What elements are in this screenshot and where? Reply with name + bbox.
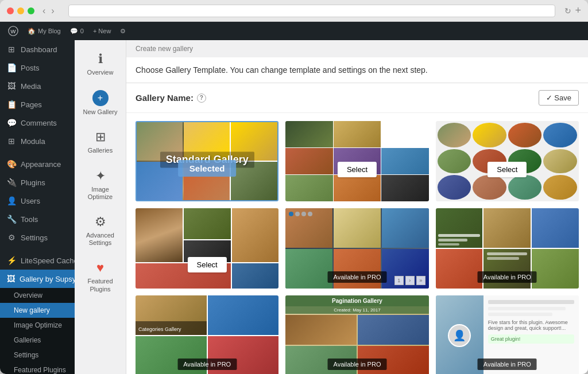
media-icon: 🖼 bbox=[7, 81, 16, 91]
sidebar-item-comments[interactable]: 💬 Comments bbox=[0, 114, 75, 132]
submenu-overview[interactable]: Overview bbox=[0, 288, 75, 303]
sidebar-item-media[interactable]: 🖼 Media bbox=[0, 77, 75, 95]
new-tab-button[interactable]: + bbox=[575, 5, 581, 17]
gallery-card-mosaic[interactable]: Select bbox=[285, 121, 428, 201]
svg-text:W: W bbox=[10, 28, 16, 34]
plugin-sidebar-galleries[interactable]: ⊞ Galleries bbox=[78, 124, 123, 160]
comment-icon: 💬 bbox=[70, 28, 78, 35]
main-content: Create new gallery Choose Gallery Templa… bbox=[126, 40, 588, 374]
sidebar-item-settings[interactable]: ⚙ Settings bbox=[0, 228, 75, 247]
gallery-name-row: Gallery Name: ? ✓ Save bbox=[126, 83, 588, 113]
content-header: Choose Gallery Template. You can change … bbox=[126, 57, 588, 83]
sidebar-item-modula[interactable]: ⊞ Modula bbox=[0, 132, 75, 150]
litespeed-icon: ⚡ bbox=[7, 256, 16, 265]
modula-icon: ⊞ bbox=[7, 137, 16, 146]
gallery-icon: 🖼 bbox=[7, 274, 15, 283]
galleries-icon: ⊞ bbox=[95, 130, 106, 145]
pagination-pro-badge: Available in PRO bbox=[328, 359, 387, 370]
sidebar-item-pages[interactable]: 📋 Pages bbox=[0, 95, 75, 114]
wp-admin-bar: W 🏠 My Blog 💬 0 + New ⚙ bbox=[0, 22, 588, 40]
tools-icon: 🔧 bbox=[7, 215, 16, 224]
mosaic-select-button[interactable]: Select bbox=[338, 162, 377, 177]
maximize-button[interactable] bbox=[28, 7, 34, 14]
sidebar-item-appearance[interactable]: 🎨 Appearance bbox=[0, 155, 75, 173]
address-bar[interactable] bbox=[68, 5, 556, 17]
admin-bar-new[interactable]: + New bbox=[90, 22, 115, 40]
settings-icon: ⚙ bbox=[7, 233, 16, 242]
gallery-card-pagination[interactable]: Pagination Gallery Created: May 11, 2017… bbox=[285, 295, 428, 374]
admin-bar-comments[interactable]: 💬 0 bbox=[67, 22, 87, 40]
sidebar-item-dashboard[interactable]: ⊞ Dashboard bbox=[0, 40, 75, 59]
submenu-galleries[interactable]: Galleries bbox=[0, 333, 75, 348]
wp-sidebar: ⊞ Dashboard 📄 Posts 🖼 Media 📋 Pages 💬 bbox=[0, 40, 75, 374]
plugin-sidebar-new-gallery[interactable]: + New Gallery bbox=[78, 84, 123, 122]
gallery-card-blog[interactable]: 👤 Five stars for this plugin. Awesome de… bbox=[436, 295, 579, 374]
wp-logo-item[interactable]: W bbox=[5, 22, 22, 40]
plugin-sidebar-advanced-settings[interactable]: ⚙ Advanced Settings bbox=[78, 209, 123, 252]
gallery-card-masonry[interactable]: Select bbox=[136, 208, 278, 289]
forward-button[interactable]: › bbox=[49, 5, 56, 17]
sidebar-submenu: Overview New gallery Image Optimize Gall… bbox=[0, 288, 75, 374]
selected-badge: Selected bbox=[178, 160, 237, 177]
save-button[interactable]: ✓ Save bbox=[539, 90, 579, 106]
plugins-icon: 🔌 bbox=[7, 178, 16, 187]
gallery-name-label: Gallery Name: ? bbox=[136, 93, 206, 103]
admin-bar-settings[interactable]: ⚙ bbox=[117, 22, 129, 40]
new-gallery-circle-icon: + bbox=[92, 90, 109, 106]
users-icon: 👤 bbox=[7, 196, 16, 205]
submenu-image-optimize[interactable]: Image Optimize bbox=[0, 318, 75, 333]
app-layout: ⊞ Dashboard 📄 Posts 🖼 Media 📋 Pages 💬 bbox=[0, 40, 588, 374]
gallery-name-help-icon[interactable]: ? bbox=[197, 94, 206, 103]
submenu-settings[interactable]: Settings bbox=[0, 348, 75, 363]
overview-icon: ℹ bbox=[98, 52, 103, 67]
gallery-card-standard[interactable]: Standard Gallery Selected bbox=[136, 121, 278, 201]
plugin-sidebar-overview[interactable]: ℹ Overview bbox=[78, 46, 123, 82]
gallery-card-categories[interactable]: Categories Gallery Available in PRO bbox=[136, 295, 278, 374]
comments-icon: 💬 bbox=[7, 118, 16, 127]
browser-window: ‹ › ↻ + W 🏠 My Blog 💬 0 + New bbox=[0, 0, 588, 374]
wp-logo-icon: W bbox=[8, 26, 18, 36]
appearance-icon: 🎨 bbox=[7, 159, 16, 169]
slider-pro-badge: Available in PRO bbox=[328, 271, 387, 283]
gallery-card-circle[interactable]: Select bbox=[436, 121, 579, 201]
pages-icon: 📋 bbox=[7, 100, 16, 109]
advanced-settings-icon: ⚙ bbox=[95, 215, 106, 229]
circle-select-button[interactable]: Select bbox=[488, 162, 527, 177]
categories-pro-badge: Available in PRO bbox=[177, 359, 237, 370]
gallery-card-travel[interactable]: Available in PRO bbox=[436, 208, 579, 289]
titlebar: ‹ › ↻ + bbox=[0, 0, 588, 22]
sidebar-item-users[interactable]: 👤 Users bbox=[0, 192, 75, 210]
sidebar-item-plugins[interactable]: 🔌 Plugins bbox=[0, 173, 75, 192]
home-icon: 🏠 bbox=[28, 28, 36, 35]
sidebar-item-litespeed[interactable]: ⚡ LiteSpeed Cache bbox=[0, 251, 75, 270]
window-controls bbox=[7, 7, 34, 14]
plugin-sidebar-image-optimize[interactable]: ✦ Image Optimize bbox=[78, 163, 123, 207]
sidebar-item-tools[interactable]: 🔧 Tools bbox=[0, 210, 75, 228]
plugin-sidebar-featured-plugins[interactable]: ♥ Featured Plugins bbox=[78, 255, 123, 298]
minimize-button[interactable] bbox=[17, 7, 24, 14]
navigation-arrows: ‹ › bbox=[40, 5, 57, 17]
posts-icon: 📄 bbox=[7, 63, 16, 72]
image-optimize-icon: ✦ bbox=[95, 169, 106, 184]
sidebar-item-gallery[interactable]: 🖼 Gallery by Supsystic bbox=[0, 270, 75, 288]
submenu-featured-plugins[interactable]: Featured Plugins bbox=[0, 363, 75, 374]
masonry-select-button[interactable]: Select bbox=[188, 257, 227, 272]
close-button[interactable] bbox=[7, 7, 14, 14]
blog-pro-badge: Available in PRO bbox=[478, 359, 537, 370]
dashboard-icon: ⊞ bbox=[7, 45, 16, 54]
back-button[interactable]: ‹ bbox=[40, 5, 48, 17]
gallery-card-slider[interactable]: 1 › » Available in PRO bbox=[285, 208, 428, 289]
breadcrumb: Create new gallery bbox=[126, 40, 588, 57]
featured-plugins-icon: ♥ bbox=[96, 260, 104, 275]
submenu-new-gallery[interactable]: New gallery bbox=[0, 303, 75, 318]
gallery-template-grid: Standard Gallery Selected bbox=[126, 113, 588, 374]
plugin-sidebar: ℹ Overview + New Gallery ⊞ Galleries ✦ I… bbox=[75, 40, 126, 374]
sidebar-item-posts[interactable]: 📄 Posts bbox=[0, 59, 75, 77]
admin-bar-myblog[interactable]: 🏠 My Blog bbox=[24, 22, 64, 40]
travel-pro-badge: Available in PRO bbox=[478, 271, 537, 283]
reload-button[interactable]: ↻ bbox=[564, 6, 571, 15]
